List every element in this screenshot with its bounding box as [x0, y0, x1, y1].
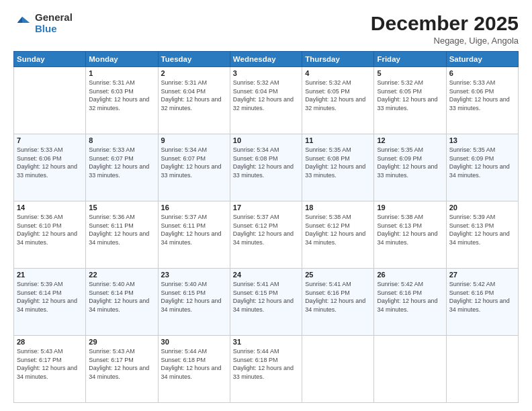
daylight-text: Daylight: 12 hours and 33 minutes. — [377, 95, 443, 112]
title-block: December 2025 Negage, Uige, Angola — [371, 12, 519, 46]
day-number: 19 — [377, 203, 443, 212]
calendar-week-1: 1 Sunrise: 5:31 AM Sunset: 6:03 PM Dayli… — [14, 67, 519, 134]
cell-info: Sunrise: 5:40 AM Sunset: 6:15 PM Dayligh… — [161, 280, 227, 314]
logo: General Blue — [13, 12, 73, 34]
day-number: 28 — [17, 338, 83, 346]
calendar-cell: 22 Sunrise: 5:40 AM Sunset: 6:14 PM Dayl… — [86, 269, 158, 336]
daylight-text: Daylight: 12 hours and 33 minutes. — [161, 163, 227, 179]
sunset-text: Sunset: 6:11 PM — [161, 222, 227, 230]
day-number: 13 — [449, 136, 515, 144]
calendar-cell: 7 Sunrise: 5:33 AM Sunset: 6:06 PM Dayli… — [14, 134, 86, 201]
sunrise-text: Sunrise: 5:43 AM — [89, 347, 154, 356]
day-number: 30 — [161, 338, 227, 346]
logo-general: General — [35, 12, 73, 24]
sunrise-text: Sunrise: 5:38 AM — [305, 213, 371, 222]
sunrise-text: Sunrise: 5:33 AM — [89, 146, 154, 154]
calendar-cell: 1 Sunrise: 5:31 AM Sunset: 6:03 PM Dayli… — [86, 67, 158, 134]
calendar-week-5: 28 Sunrise: 5:43 AM Sunset: 6:17 PM Dayl… — [14, 336, 519, 403]
calendar-cell: 17 Sunrise: 5:37 AM Sunset: 6:12 PM Dayl… — [230, 201, 302, 269]
daylight-text: Daylight: 12 hours and 34 minutes. — [377, 297, 443, 314]
calendar-cell: 4 Sunrise: 5:32 AM Sunset: 6:05 PM Dayli… — [302, 67, 374, 134]
sunset-text: Sunset: 6:16 PM — [305, 289, 371, 298]
sunrise-text: Sunrise: 5:37 AM — [233, 213, 299, 222]
sunset-text: Sunset: 6:15 PM — [233, 289, 299, 298]
logo-blue: Blue — [35, 24, 73, 35]
sunrise-text: Sunrise: 5:42 AM — [377, 280, 443, 289]
sunset-text: Sunset: 6:08 PM — [233, 154, 299, 163]
sunset-text: Sunset: 6:17 PM — [17, 356, 83, 365]
day-number: 12 — [377, 136, 443, 144]
sunrise-text: Sunrise: 5:43 AM — [17, 347, 83, 356]
col-sunday: Sunday — [14, 52, 86, 67]
sunrise-text: Sunrise: 5:34 AM — [233, 146, 299, 154]
sunrise-text: Sunrise: 5:36 AM — [17, 213, 83, 222]
day-number: 7 — [17, 136, 83, 144]
sunset-text: Sunset: 6:18 PM — [233, 356, 299, 365]
calendar-cell: 23 Sunrise: 5:40 AM Sunset: 6:15 PM Dayl… — [158, 269, 230, 336]
day-number: 16 — [161, 203, 227, 212]
day-number: 29 — [89, 338, 154, 346]
daylight-text: Daylight: 12 hours and 33 minutes. — [449, 95, 515, 112]
calendar-cell: 24 Sunrise: 5:41 AM Sunset: 6:15 PM Dayl… — [230, 269, 302, 336]
cell-info: Sunrise: 5:38 AM Sunset: 6:13 PM Dayligh… — [377, 213, 443, 246]
daylight-text: Daylight: 12 hours and 34 minutes. — [377, 230, 443, 246]
sunset-text: Sunset: 6:17 PM — [89, 356, 154, 365]
col-monday: Monday — [86, 52, 158, 67]
cell-info: Sunrise: 5:43 AM Sunset: 6:17 PM Dayligh… — [89, 347, 154, 381]
day-number: 22 — [89, 271, 154, 279]
cell-info: Sunrise: 5:32 AM Sunset: 6:05 PM Dayligh… — [377, 79, 443, 112]
cell-info: Sunrise: 5:44 AM Sunset: 6:18 PM Dayligh… — [233, 347, 299, 381]
calendar-cell: 9 Sunrise: 5:34 AM Sunset: 6:07 PM Dayli… — [158, 134, 230, 201]
cell-info: Sunrise: 5:35 AM Sunset: 6:08 PM Dayligh… — [305, 146, 371, 179]
daylight-text: Daylight: 12 hours and 33 minutes. — [233, 364, 299, 381]
sunrise-text: Sunrise: 5:44 AM — [161, 347, 227, 356]
cell-info: Sunrise: 5:34 AM Sunset: 6:08 PM Dayligh… — [233, 146, 299, 179]
sunset-text: Sunset: 6:05 PM — [305, 87, 371, 96]
sunrise-text: Sunrise: 5:39 AM — [449, 213, 515, 222]
sunset-text: Sunset: 6:14 PM — [17, 289, 83, 298]
col-tuesday: Tuesday — [158, 52, 230, 67]
sunrise-text: Sunrise: 5:37 AM — [161, 213, 227, 222]
day-number: 27 — [449, 271, 515, 279]
cell-info: Sunrise: 5:35 AM Sunset: 6:09 PM Dayligh… — [377, 146, 443, 179]
calendar-cell — [374, 336, 446, 403]
calendar-week-4: 21 Sunrise: 5:39 AM Sunset: 6:14 PM Dayl… — [14, 269, 519, 336]
day-number: 31 — [233, 338, 299, 346]
month-title: December 2025 — [371, 12, 519, 34]
day-number: 9 — [161, 136, 227, 144]
calendar-cell: 26 Sunrise: 5:42 AM Sunset: 6:16 PM Dayl… — [374, 269, 446, 336]
cell-info: Sunrise: 5:38 AM Sunset: 6:12 PM Dayligh… — [305, 213, 371, 246]
sunset-text: Sunset: 6:07 PM — [161, 154, 227, 163]
sunrise-text: Sunrise: 5:31 AM — [161, 79, 227, 87]
sunset-text: Sunset: 6:13 PM — [449, 222, 515, 230]
calendar-cell: 20 Sunrise: 5:39 AM Sunset: 6:13 PM Dayl… — [446, 201, 518, 269]
calendar-cell: 13 Sunrise: 5:35 AM Sunset: 6:09 PM Dayl… — [446, 134, 518, 201]
day-number: 1 — [89, 69, 154, 77]
daylight-text: Daylight: 12 hours and 33 minutes. — [233, 163, 299, 179]
calendar-cell: 18 Sunrise: 5:38 AM Sunset: 6:12 PM Dayl… — [302, 201, 374, 269]
daylight-text: Daylight: 12 hours and 34 minutes. — [449, 297, 515, 314]
sunrise-text: Sunrise: 5:35 AM — [377, 146, 443, 154]
sunset-text: Sunset: 6:04 PM — [233, 87, 299, 96]
cell-info: Sunrise: 5:36 AM Sunset: 6:11 PM Dayligh… — [89, 213, 154, 246]
cell-info: Sunrise: 5:33 AM Sunset: 6:06 PM Dayligh… — [449, 79, 515, 112]
calendar-cell — [446, 336, 518, 403]
svg-marker-1 — [17, 16, 22, 22]
sunrise-text: Sunrise: 5:33 AM — [17, 146, 83, 154]
daylight-text: Daylight: 12 hours and 34 minutes. — [89, 364, 154, 381]
cell-info: Sunrise: 5:40 AM Sunset: 6:14 PM Dayligh… — [89, 280, 154, 314]
daylight-text: Daylight: 12 hours and 33 minutes. — [89, 163, 154, 179]
sunset-text: Sunset: 6:18 PM — [161, 356, 227, 365]
daylight-text: Daylight: 12 hours and 33 minutes. — [305, 163, 371, 179]
sunrise-text: Sunrise: 5:36 AM — [89, 213, 154, 222]
daylight-text: Daylight: 12 hours and 34 minutes. — [233, 297, 299, 314]
day-number: 18 — [305, 203, 371, 212]
calendar-cell: 8 Sunrise: 5:33 AM Sunset: 6:07 PM Dayli… — [86, 134, 158, 201]
daylight-text: Daylight: 12 hours and 34 minutes. — [449, 163, 515, 179]
cell-info: Sunrise: 5:41 AM Sunset: 6:16 PM Dayligh… — [305, 280, 371, 314]
sunrise-text: Sunrise: 5:44 AM — [233, 347, 299, 356]
sunset-text: Sunset: 6:16 PM — [449, 289, 515, 298]
daylight-text: Daylight: 12 hours and 34 minutes. — [161, 230, 227, 246]
sunset-text: Sunset: 6:12 PM — [233, 222, 299, 230]
day-number: 11 — [305, 136, 371, 144]
